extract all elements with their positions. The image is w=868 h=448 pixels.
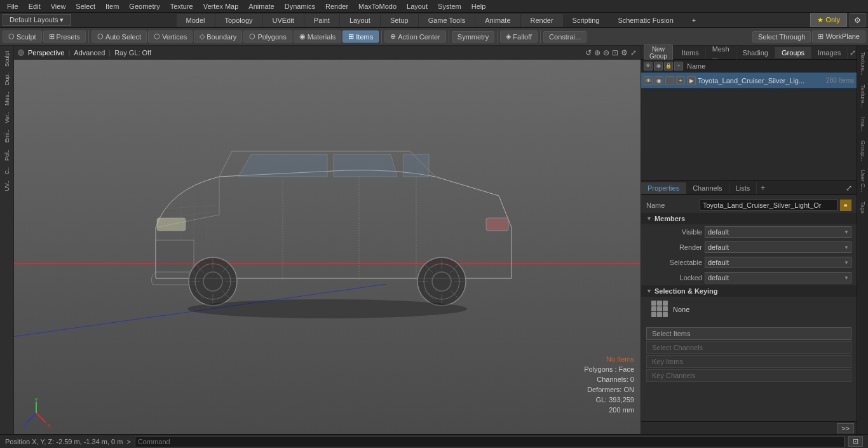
select-through-btn[interactable]: Select Through (752, 31, 811, 43)
locked-select[interactable]: default (705, 272, 851, 283)
selectable-select[interactable]: default (705, 257, 851, 268)
group-lock-btn[interactable] (665, 76, 674, 85)
visible-select-wrap[interactable]: default (705, 226, 851, 238)
visible-select[interactable]: default (705, 226, 851, 238)
visibility-col-icon[interactable]: 👁 (644, 62, 653, 71)
sidebar-tab-ver[interactable]: Ver.. (3, 109, 11, 126)
menu-texture[interactable]: Texture (166, 1, 198, 11)
menu-edit[interactable]: Edit (24, 1, 45, 11)
locked-select-wrap[interactable]: default (705, 272, 851, 283)
new-group-btn[interactable]: New Group (644, 44, 673, 61)
menu-view[interactable]: View (46, 1, 71, 11)
tab-paint[interactable]: Paint (304, 14, 339, 27)
viewport-dot[interactable] (18, 50, 24, 56)
tab-topology[interactable]: Topology (215, 14, 262, 27)
group-render-btn[interactable]: ◉ (654, 76, 663, 85)
group-eye-btn[interactable]: 👁 (644, 76, 653, 85)
sidebar-tab-mes[interactable]: Mes.. (3, 89, 11, 108)
extra-col-icon[interactable]: + (674, 62, 683, 71)
edge-tab-texture1[interactable]: Texture... (858, 48, 867, 79)
tab-groups[interactable]: Groups (775, 47, 811, 58)
edge-tab-texture2[interactable]: Texture... (858, 81, 867, 112)
tab-channels[interactable]: Channels (686, 182, 729, 194)
camera-icon[interactable]: ⊡ (612, 48, 618, 57)
select-items-btn[interactable]: Select Items (646, 327, 851, 340)
tab-plus[interactable]: + (683, 15, 705, 26)
vertices-btn[interactable]: ⬡ Vertices (148, 31, 193, 43)
menu-geometry[interactable]: Geometry (125, 1, 164, 11)
menu-vertex-map[interactable]: Vertex Map (199, 1, 243, 11)
render-col-icon[interactable]: ◉ (654, 62, 663, 71)
rotate-icon[interactable]: ↺ (585, 48, 592, 57)
tab-render[interactable]: Render (521, 14, 563, 27)
constraints-btn[interactable]: Constrai... (543, 31, 587, 43)
viewport-perspective[interactable]: Perspective (28, 49, 64, 57)
sidebar-tab-sculpt[interactable]: Sculpt (3, 48, 11, 69)
name-extra-btn[interactable]: ≡ (840, 200, 851, 211)
zoom-out-icon[interactable]: ⊖ (603, 48, 609, 57)
key-items-btn[interactable]: Key Items (646, 355, 851, 368)
tab-lists[interactable]: Lists (729, 182, 757, 194)
auto-select-btn[interactable]: ⬡ Auto Select (92, 31, 147, 43)
tab-layout[interactable]: Layout (340, 14, 380, 27)
sidebar-tab-emi[interactable]: Emi.. (3, 127, 11, 146)
render-select[interactable]: default (705, 241, 851, 253)
key-channels-btn[interactable]: Key Channels (646, 369, 851, 382)
items-btn[interactable]: ⊞ Items (342, 31, 379, 43)
tab-add-btn[interactable]: + (757, 182, 769, 194)
sidebar-tab-pol[interactable]: Pol.. (3, 147, 11, 163)
sidebar-tab-dup[interactable]: Dup. (3, 71, 11, 88)
boundary-btn[interactable]: ◇ Boundary (194, 31, 242, 43)
expand-right-btn[interactable]: >> (837, 423, 854, 433)
selectable-select-wrap[interactable]: default (705, 257, 851, 268)
viewport[interactable]: Perspective | Advanced | Ray GL: Off ↺ ⊕… (14, 46, 641, 434)
sculpt-btn[interactable]: ⬡ Sculpt (3, 31, 42, 43)
render-select-wrap[interactable]: default (705, 241, 851, 253)
tab-items[interactable]: Items (675, 47, 706, 58)
command-input[interactable] (138, 438, 841, 445)
group-tri-icon[interactable]: ▶ (687, 76, 696, 85)
menu-dynamics[interactable]: Dynamics (280, 1, 320, 11)
edge-tab-ima[interactable]: Ima... (858, 113, 867, 135)
menu-item[interactable]: Item (101, 1, 123, 11)
tab-shading[interactable]: Shading (736, 47, 775, 58)
tab-mesh[interactable]: Mesh ... (706, 43, 736, 62)
select-channels-btn[interactable]: Select Channels (646, 341, 851, 354)
edge-tab-user-c[interactable]: User C... (858, 166, 867, 196)
menu-layout[interactable]: Layout (402, 1, 432, 11)
status-extra-btn[interactable]: ⊡ (848, 436, 863, 447)
members-section-header[interactable]: ▼ Members (641, 213, 857, 224)
sidebar-tab-uv[interactable]: UV.. (3, 178, 11, 194)
name-input[interactable] (700, 200, 837, 211)
default-layouts-dropdown[interactable]: Default Layouts ▾ (3, 14, 71, 26)
viewport-ray-gl[interactable]: Ray GL: Off (114, 49, 151, 57)
action-center-btn[interactable]: ⊕ Action Center (384, 31, 446, 43)
tab-setup[interactable]: Setup (381, 14, 418, 27)
menu-help[interactable]: Help (467, 1, 491, 11)
menu-maxtomode[interactable]: MaxToModo (354, 1, 401, 11)
presets-btn[interactable]: ⊞ Presets (43, 31, 86, 43)
falloff-btn[interactable]: ◈ Falloff (500, 31, 538, 43)
sidebar-tab-c[interactable]: C.. (3, 165, 11, 177)
tab-game-tools[interactable]: Game Tools (419, 14, 475, 27)
group-row-toyota[interactable]: 👁 ◉ + ▶ Toyota_Land_Cruiser_Silver_Lig..… (641, 72, 857, 89)
edge-tab-tags[interactable]: Tags (858, 198, 867, 217)
tab-scripting[interactable]: Scripting (564, 15, 609, 26)
gear-btn[interactable]: ⚙ (850, 13, 865, 27)
lock-col-icon[interactable]: 🔒 (664, 62, 673, 71)
symmetry-btn[interactable]: Symmetry (452, 31, 495, 43)
polygons-btn[interactable]: ⬡ Polygons (243, 31, 292, 43)
zoom-in-icon[interactable]: ⊕ (594, 48, 600, 57)
tab-schematic-fusion[interactable]: Schematic Fusion (609, 15, 682, 26)
settings-icon[interactable]: ⚙ (621, 48, 628, 57)
menu-select[interactable]: Select (71, 1, 100, 11)
tab-images[interactable]: Images (811, 47, 848, 58)
star-only-btn[interactable]: ★ Only (810, 13, 847, 27)
workplane-btn[interactable]: ⊞ WorkPlane (812, 31, 865, 43)
command-bar[interactable] (135, 436, 844, 447)
tab-model[interactable]: Model (177, 14, 215, 27)
menu-animate[interactable]: Animate (244, 1, 278, 11)
tab-properties[interactable]: Properties (641, 182, 686, 194)
materials-btn[interactable]: ◉ Materials (294, 31, 342, 43)
menu-file[interactable]: File (3, 1, 23, 11)
